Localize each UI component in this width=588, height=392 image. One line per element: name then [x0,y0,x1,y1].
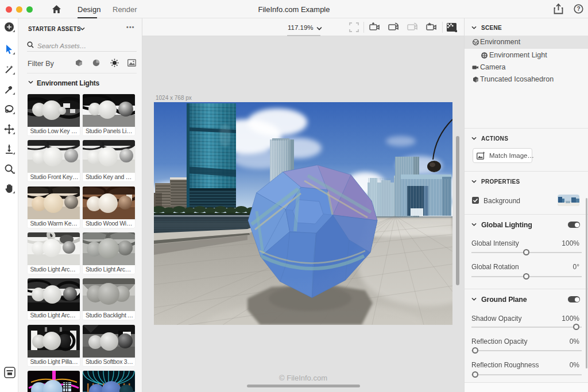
svg-text:?: ? [577,6,580,12]
